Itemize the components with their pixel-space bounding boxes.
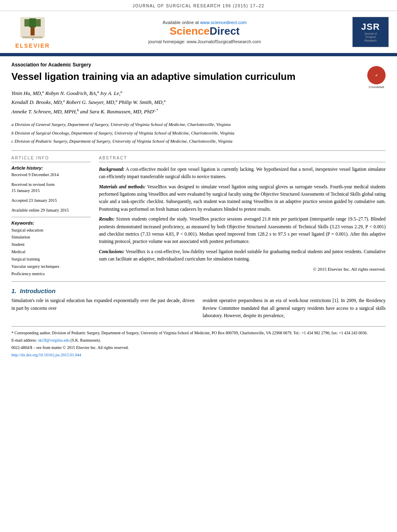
email-link[interactable]: skr3f@virginia.edu bbox=[38, 338, 70, 342]
crossmark-badge: ✓ CrossMark bbox=[367, 66, 386, 89]
intro-right-col: resident operative preparedness in an er… bbox=[203, 297, 386, 319]
jsr-logo-text: JSR bbox=[361, 22, 380, 32]
jsr-logo-container: JSR Journal ofSurgicalResearch bbox=[352, 17, 389, 47]
author-brooks: Kendall D. Brooks, MD, bbox=[11, 99, 63, 106]
main-content: Association for Academic Surgery Vessel … bbox=[0, 56, 397, 358]
abstract-methods: Materials and methods: VesselBox was des… bbox=[99, 183, 386, 213]
doi-line: http://dx.doi.org/10.1016/j.jss.2015.01.… bbox=[11, 352, 386, 358]
journal-header: JOURNAL OF SURGICAL RESEARCH 196 (2015) … bbox=[0, 0, 397, 11]
online-date: Available online 29 January 2015 bbox=[11, 207, 91, 214]
author-schroen: Anneke T. Schroen, MD, MPH, bbox=[11, 108, 77, 115]
abstract-results: Results: Sixteen students completed the … bbox=[99, 215, 386, 245]
keywords-section: Keywords: Surgical educationSimulationSt… bbox=[11, 221, 91, 278]
elsevier-logo: ⚜ ELSEVIER bbox=[8, 15, 57, 49]
abstract-header: ABSTRACT bbox=[99, 156, 386, 162]
issn-line: 0022-4804/$ – see front matter © 2015 El… bbox=[11, 344, 386, 351]
keyword-item: Vascular surgery techniques bbox=[11, 263, 91, 270]
received-date: Received 9 December 2014 bbox=[11, 172, 91, 178]
footnotes-block: * Corresponding author. Division of Pedi… bbox=[11, 326, 386, 358]
svg-rect-3 bbox=[29, 18, 36, 27]
author-smith: Philip W. Smith, MD, bbox=[118, 99, 164, 106]
author-hu: Yinin Hu, MD, bbox=[11, 90, 42, 96]
article-history-section: Article history: Received 9 December 201… bbox=[11, 166, 91, 214]
branding-row: ⚜ ELSEVIER Available online at www.scien… bbox=[0, 11, 397, 54]
authors-block: Yinin Hu, MD,a Robyn N. Goodrich, BA,a I… bbox=[11, 89, 386, 116]
keyword-item: Simulation bbox=[11, 234, 91, 241]
keywords-label: Keywords: bbox=[11, 221, 91, 225]
email-line: E-mail address: skr3f@virginia.edu (S.K.… bbox=[11, 337, 386, 343]
keyword-item: Proficiency metrics bbox=[11, 270, 91, 278]
intro-left-col: Simulation's role in surgical education … bbox=[11, 297, 195, 319]
elsevier-tree-icon: ⚜ bbox=[16, 15, 49, 42]
journal-title: JOURNAL OF SURGICAL RESEARCH 196 (2015) … bbox=[132, 4, 264, 8]
section-number: 1. Introduction bbox=[11, 287, 386, 294]
history-label: Article history: bbox=[11, 166, 91, 170]
revised-date: 15 January 2015 bbox=[11, 188, 91, 194]
author-le: Ivy A. Le, bbox=[100, 90, 121, 96]
abstract-copyright: © 2015 Elsevier Inc. All rights reserved… bbox=[99, 266, 386, 273]
svg-rect-4 bbox=[31, 27, 35, 35]
affiliations-block: a Division of General Surgery, Departmen… bbox=[11, 121, 386, 145]
affiliation-c: c Division of Pediatric Surgery, Departm… bbox=[11, 138, 386, 145]
keyword-item: Surgical training bbox=[11, 256, 91, 263]
crossmark-label: CrossMark bbox=[367, 85, 386, 89]
article-info-header: ARTICLE INFO bbox=[11, 156, 91, 162]
svg-text:⚜: ⚜ bbox=[32, 38, 34, 41]
sciencedirect-logo: ScienceDirect bbox=[57, 25, 352, 38]
doi-link[interactable]: http://dx.doi.org/10.1016/j.jss.2015.01.… bbox=[11, 353, 81, 357]
elsevier-label: ELSEVIER bbox=[15, 42, 50, 49]
jsr-logo: JSR Journal ofSurgicalResearch bbox=[352, 17, 389, 47]
article-info-column: ARTICLE INFO Article history: Received 9… bbox=[11, 156, 91, 278]
available-online-text: Available online at www.sciencedirect.co… bbox=[57, 20, 352, 25]
journal-homepage: journal homepage: www.JournalofSurgicalR… bbox=[57, 39, 352, 44]
author-goodrich: Robyn N. Goodrich, BA, bbox=[45, 90, 97, 96]
introduction-text: Simulation's role in surgical education … bbox=[11, 297, 386, 319]
title-row: Vessel ligation training via an adaptive… bbox=[11, 70, 386, 89]
affiliation-b: b Division of Surgical Oncology, Departm… bbox=[11, 130, 386, 137]
accepted-date: Accepted 23 January 2015 bbox=[11, 197, 91, 204]
keyword-item: Student bbox=[11, 241, 91, 248]
keywords-list: Surgical educationSimulationStudentMedic… bbox=[11, 227, 91, 278]
crossmark-icon: ✓ bbox=[367, 66, 386, 84]
paper-title: Vessel ligation training via an adaptive… bbox=[11, 70, 296, 83]
columns-container: ARTICLE INFO Article history: Received 9… bbox=[11, 150, 386, 278]
abstract-background: Background: A cost-effective model for o… bbox=[99, 166, 386, 181]
section-label: Association for Academic Surgery bbox=[11, 62, 386, 68]
abstract-column: ABSTRACT Background: A cost-effective mo… bbox=[99, 156, 386, 278]
corresponding-author: * Corresponding author. Division of Pedi… bbox=[11, 330, 386, 336]
info-divider bbox=[11, 217, 91, 217]
author-rasmussen: and Sara K. Rasmussen, MD, PhD bbox=[80, 108, 154, 115]
abstract-text: Background: A cost-effective model for o… bbox=[99, 166, 386, 273]
affiliation-a: a Division of General Surgery, Departmen… bbox=[11, 121, 386, 128]
introduction-section: 1. Introduction Simulation's role in sur… bbox=[11, 281, 386, 319]
abstract-conclusions: Conclusions: VesselBox is a cost-effecti… bbox=[99, 248, 386, 263]
jsr-full-name: Journal ofSurgicalResearch bbox=[361, 32, 380, 42]
center-branding: Available online at www.sciencedirect.co… bbox=[57, 20, 352, 44]
revised-label: Received in revised form bbox=[11, 181, 91, 188]
sciencedirect-url[interactable]: www.sciencedirect.com bbox=[200, 20, 246, 25]
keyword-item: Medical bbox=[11, 248, 91, 256]
author-sawyer: Robert G. Sawyer, MD, bbox=[66, 99, 115, 106]
keyword-item: Surgical education bbox=[11, 227, 91, 234]
